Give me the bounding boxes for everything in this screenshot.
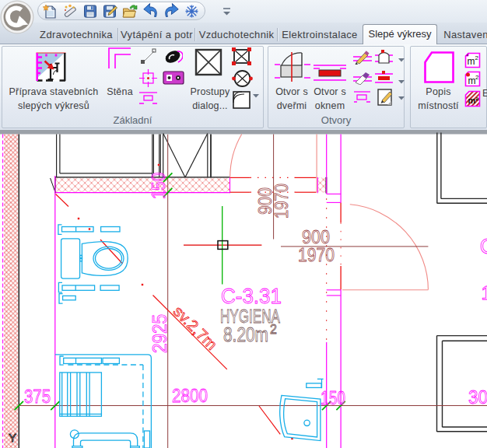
svg-text:1970: 1970 xyxy=(298,245,335,265)
svg-text:sv.2,7m: sv.2,7m xyxy=(170,303,221,353)
svg-text:2: 2 xyxy=(270,323,277,336)
svg-text:900: 900 xyxy=(302,227,330,247)
svg-text:2: 2 xyxy=(475,54,479,61)
svg-text:375: 375 xyxy=(24,387,51,407)
svg-text:150: 150 xyxy=(321,388,345,408)
svg-text:1970: 1970 xyxy=(271,184,292,219)
svg-text:m²: m² xyxy=(468,96,479,105)
svg-text:m: m xyxy=(468,56,475,67)
svg-text:1: 1 xyxy=(482,283,487,303)
svg-text:C: C xyxy=(480,235,487,258)
svg-text:C-3.31: C-3.31 xyxy=(221,285,282,308)
svg-text:2800: 2800 xyxy=(172,386,208,406)
svg-text:8.20m: 8.20m xyxy=(223,324,268,345)
svg-text:2925: 2925 xyxy=(148,314,171,353)
svg-text:150: 150 xyxy=(149,173,169,199)
svg-text:Y: Y xyxy=(9,431,16,444)
svg-text:2: 2 xyxy=(475,74,479,81)
svg-text:m: m xyxy=(468,75,476,86)
svg-text:30: 30 xyxy=(468,387,487,408)
